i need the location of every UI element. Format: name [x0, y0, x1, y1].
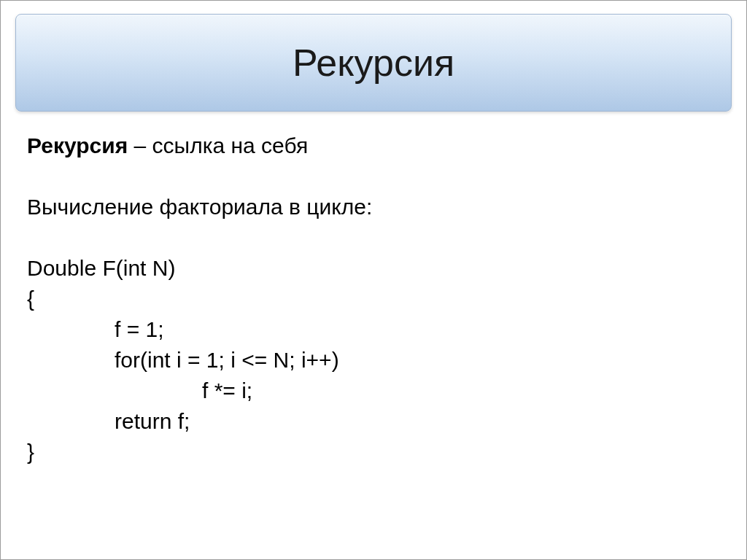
code-signature: Double F(int N)	[27, 253, 720, 284]
slide-title: Рекурсия	[293, 41, 454, 85]
code-line: f *= i;	[27, 376, 720, 406]
blank-line	[27, 222, 720, 253]
code-line: for(int i = 1; i <= N; i++)	[27, 345, 720, 376]
slide-body: Рекурсия – ссылка на себя Вычисление фак…	[27, 131, 720, 467]
blank-line	[27, 161, 720, 192]
slide-title-box: Рекурсия	[15, 14, 732, 112]
subheader: Вычисление факториала в цикле:	[27, 192, 720, 222]
code-line: return f;	[27, 406, 720, 437]
definition-term: Рекурсия	[27, 133, 128, 158]
definition-tail: – ссылка на себя	[128, 133, 308, 158]
slide: Рекурсия Рекурсия – ссылка на себя Вычис…	[0, 0, 747, 560]
code-brace-close: }	[27, 437, 720, 467]
code-line: f = 1;	[27, 314, 720, 345]
definition-line: Рекурсия – ссылка на себя	[27, 131, 720, 161]
code-brace-open: {	[27, 284, 720, 314]
